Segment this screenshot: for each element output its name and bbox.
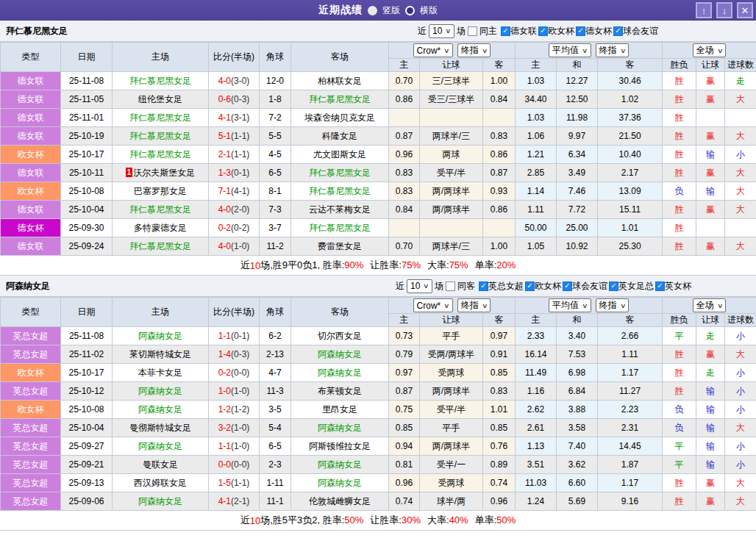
full-time-score[interactable]: 0-2 (218, 223, 231, 233)
final-index-select-2[interactable]: 终指∨ (596, 43, 630, 57)
score-cell[interactable]: 0-6(0-3) (209, 90, 260, 109)
league-filter-checkbox[interactable]: ✓ (479, 281, 488, 291)
scope-select[interactable]: 全场∨ (693, 43, 727, 57)
full-time-score[interactable]: 1-0 (218, 386, 231, 396)
away-team-link[interactable]: 布莱顿女足 (318, 386, 362, 396)
full-time-score[interactable]: 1-5 (218, 478, 231, 488)
away-team-link[interactable]: 阿森纳女足 (318, 349, 362, 359)
radio-horizontal-label[interactable]: 横版 (420, 4, 438, 17)
radio-vertical-label[interactable]: 竖版 (382, 4, 400, 17)
away-team-link[interactable]: 切尔西女足 (318, 331, 362, 341)
full-time-score[interactable]: 5-1 (218, 131, 231, 141)
score-cell[interactable]: 4-1(3-1) (209, 109, 260, 127)
radio-horizontal-icon[interactable] (405, 6, 415, 15)
league-filter-checkbox[interactable]: ✓ (501, 26, 510, 36)
average-select[interactable]: 平均值∨ (549, 43, 591, 57)
home-team-link[interactable]: 阿森纳女足 (138, 386, 182, 396)
score-cell[interactable]: 2-1(1-1) (209, 146, 260, 164)
home-team-link[interactable]: 莱切斯特城女足 (129, 349, 191, 359)
same-venue-checkbox[interactable] (446, 281, 455, 291)
home-team-link[interactable]: 拜仁慕尼黑女足 (129, 76, 191, 86)
score-cell[interactable]: 4-0(3-0) (209, 72, 260, 90)
home-team-link[interactable]: 拜仁慕尼黑女足 (129, 241, 191, 251)
league-filter-checkbox[interactable]: ✓ (525, 281, 535, 291)
full-time-score[interactable]: 0-2 (218, 367, 231, 378)
away-team-link[interactable]: 埃森舍纳贝克女足 (304, 112, 375, 123)
full-time-score[interactable]: 1-3 (218, 168, 231, 178)
away-team-link[interactable]: 云达不莱梅女足 (309, 204, 371, 215)
scope-select[interactable]: 全场∨ (693, 298, 727, 312)
away-team-link[interactable]: 柏林联女足 (318, 76, 362, 86)
home-team-link[interactable]: 本菲卡女足 (138, 367, 182, 378)
full-time-score[interactable]: 1-4 (218, 349, 231, 359)
score-cell[interactable]: 3-2(1-0) (209, 419, 260, 437)
score-cell[interactable]: 1-5(1-1) (209, 474, 260, 492)
full-time-score[interactable]: 4-0 (218, 204, 231, 215)
score-cell[interactable]: 1-3(0-1) (209, 164, 260, 182)
home-team-link[interactable]: 巴塞罗那女足 (134, 186, 187, 196)
score-cell[interactable]: 4-0(2-0) (209, 201, 260, 219)
score-cell[interactable]: 4-1(2-1) (209, 492, 260, 511)
score-cell[interactable]: 1-0(1-0) (209, 382, 260, 401)
full-time-score[interactable]: 1-1 (218, 331, 231, 341)
full-time-score[interactable]: 1-1 (218, 441, 231, 451)
score-cell[interactable]: 0-0(0-0) (209, 456, 260, 474)
home-team-link[interactable]: 拜仁慕尼黑女足 (129, 149, 191, 159)
full-time-score[interactable]: 4-1 (218, 112, 231, 123)
score-cell[interactable]: 1-2(1-2) (209, 401, 260, 419)
home-team-link[interactable]: 阿森纳女足 (138, 331, 182, 341)
matches-count-select[interactable]: 10∨ (429, 24, 454, 38)
home-team-link[interactable]: 阿森纳女足 (138, 496, 182, 506)
away-team-link[interactable]: 拜仁慕尼黑女足 (309, 94, 371, 104)
score-cell[interactable]: 1-1(0-1) (209, 327, 260, 345)
score-cell[interactable]: 5-1(1-1) (209, 127, 260, 146)
league-filter-checkbox[interactable]: ✓ (563, 281, 572, 291)
league-filter-checkbox[interactable]: ✓ (576, 26, 585, 36)
same-venue-checkbox[interactable] (468, 26, 477, 36)
full-time-score[interactable]: 2-1 (218, 149, 231, 159)
home-team-link[interactable]: 纽伦堡女足 (138, 94, 182, 104)
away-team-link[interactable]: 伦敦城雌狮女足 (309, 496, 371, 506)
away-team-link[interactable]: 阿森纳女足 (318, 423, 362, 433)
away-team-link[interactable]: 科隆女足 (322, 131, 357, 141)
home-team-link[interactable]: 曼彻斯特城女足 (129, 423, 191, 433)
away-team-link[interactable]: 费雷堡女足 (318, 241, 362, 251)
score-cell[interactable]: 4-0(1-0) (209, 237, 260, 256)
home-team-link[interactable]: 阿森纳女足 (138, 441, 182, 451)
scroll-down-button[interactable]: ↓ (716, 2, 732, 18)
full-time-score[interactable]: 4-0 (218, 76, 231, 86)
home-team-link[interactable]: 多特蒙德女足 (134, 223, 187, 233)
score-cell[interactable]: 7-1(4-1) (209, 182, 260, 201)
bookmaker-select[interactable]: Crow*∨ (413, 298, 453, 312)
radio-vertical-selected-icon[interactable] (368, 6, 377, 15)
league-filter-checkbox[interactable]: ✓ (613, 26, 623, 36)
final-index-select[interactable]: 终指∨ (457, 298, 491, 312)
away-team-link[interactable]: 阿森纳女足 (318, 478, 362, 488)
score-cell[interactable]: 0-2(0-0) (209, 364, 260, 382)
scroll-up-button[interactable]: ↑ (696, 2, 712, 18)
full-time-score[interactable]: 4-1 (218, 496, 231, 506)
full-time-score[interactable]: 0-6 (218, 94, 231, 104)
away-team-link[interactable]: 阿斯顿维拉女足 (309, 441, 371, 451)
home-team-link[interactable]: 沃尔夫斯堡女足 (133, 168, 195, 178)
full-time-score[interactable]: 3-2 (218, 423, 231, 433)
score-cell[interactable]: 1-1(1-0) (209, 437, 260, 456)
away-team-link[interactable]: 里昂女足 (322, 404, 357, 415)
away-team-link[interactable]: 阿森纳女足 (318, 367, 362, 378)
away-team-link[interactable]: 拜仁慕尼黑女足 (309, 186, 371, 196)
league-filter-checkbox[interactable]: ✓ (538, 26, 548, 36)
away-team-link[interactable]: 阿森纳女足 (318, 459, 362, 470)
average-select[interactable]: 平均值∨ (549, 298, 591, 312)
bookmaker-select[interactable]: Crow*∨ (413, 43, 453, 57)
full-time-score[interactable]: 7-1 (218, 186, 231, 196)
matches-count-select[interactable]: 10∨ (407, 279, 432, 293)
home-team-link[interactable]: 拜仁慕尼黑女足 (129, 112, 191, 123)
league-filter-checkbox[interactable]: ✓ (655, 281, 665, 291)
away-team-link[interactable]: 拜仁慕尼黑女足 (309, 168, 371, 178)
full-time-score[interactable]: 0-0 (218, 459, 231, 470)
home-team-link[interactable]: 拜仁慕尼黑女足 (129, 131, 191, 141)
home-team-link[interactable]: 曼联女足 (143, 459, 178, 470)
close-button[interactable]: ✕ (737, 2, 753, 18)
score-cell[interactable]: 1-4(0-3) (209, 345, 260, 364)
final-index-select[interactable]: 终指∨ (457, 43, 491, 57)
